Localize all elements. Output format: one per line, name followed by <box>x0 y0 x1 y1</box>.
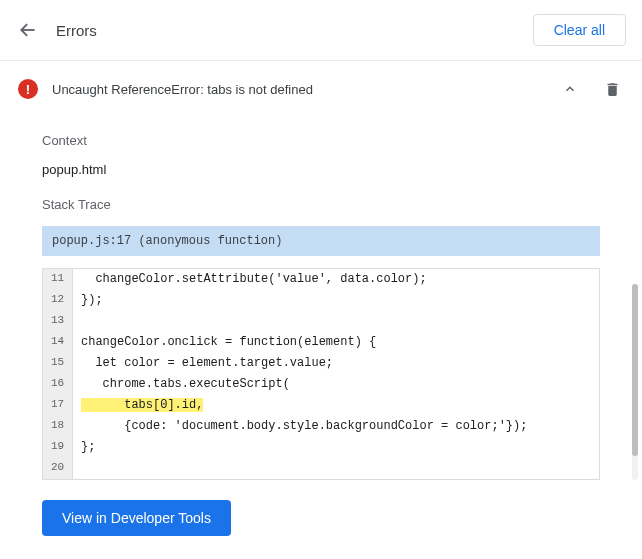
line-content: tabs[0].id, <box>73 395 599 416</box>
line-content <box>73 458 599 479</box>
error-header[interactable]: ! Uncaught ReferenceError: tabs is not d… <box>0 61 642 113</box>
code-line: 17 tabs[0].id, <box>43 395 599 416</box>
code-line: 20 <box>43 458 599 479</box>
line-content: changeColor.setAttribute('value', data.c… <box>73 269 599 290</box>
line-number: 19 <box>43 437 73 458</box>
line-content: changeColor.onclick = function(element) … <box>73 332 599 353</box>
scrollbar-thumb[interactable] <box>632 284 638 456</box>
line-number: 14 <box>43 332 73 353</box>
arrow-left-icon <box>18 20 38 40</box>
back-button[interactable] <box>16 18 40 42</box>
code-line: 12}); <box>43 290 599 311</box>
page-title: Errors <box>56 22 533 39</box>
context-value: popup.html <box>42 162 600 177</box>
trash-icon <box>604 81 621 98</box>
code-snippet: 11 changeColor.setAttribute('value', dat… <box>42 268 600 480</box>
code-line: 18 {code: 'document.body.style.backgroun… <box>43 416 599 437</box>
line-number: 16 <box>43 374 73 395</box>
line-content: chrome.tabs.executeScript( <box>73 374 599 395</box>
code-line: 16 chrome.tabs.executeScript( <box>43 374 599 395</box>
clear-all-button[interactable]: Clear all <box>533 14 626 46</box>
line-number: 18 <box>43 416 73 437</box>
collapse-button[interactable] <box>558 77 582 101</box>
context-label: Context <box>42 133 600 148</box>
line-number: 13 <box>43 311 73 332</box>
line-number: 11 <box>43 269 73 290</box>
error-icon: ! <box>18 79 38 99</box>
error-item: ! Uncaught ReferenceError: tabs is not d… <box>0 61 642 536</box>
line-number: 20 <box>43 458 73 479</box>
error-title: Uncaught ReferenceError: tabs is not def… <box>52 82 558 97</box>
line-content: let color = element.target.value; <box>73 353 599 374</box>
line-number: 15 <box>43 353 73 374</box>
code-line: 13 <box>43 311 599 332</box>
header: Errors Clear all <box>0 0 642 61</box>
line-number: 17 <box>43 395 73 416</box>
line-content <box>73 311 599 332</box>
delete-button[interactable] <box>600 77 624 101</box>
code-line: 14changeColor.onclick = function(element… <box>43 332 599 353</box>
highlighted-code: tabs[0].id, <box>81 398 203 412</box>
line-content: }; <box>73 437 599 458</box>
code-line: 19}; <box>43 437 599 458</box>
line-number: 12 <box>43 290 73 311</box>
chevron-up-icon <box>563 82 577 96</box>
stack-trace-location[interactable]: popup.js:17 (anonymous function) <box>42 226 600 256</box>
code-line: 15 let color = element.target.value; <box>43 353 599 374</box>
line-content: {code: 'document.body.style.backgroundCo… <box>73 416 599 437</box>
code-line: 11 changeColor.setAttribute('value', dat… <box>43 269 599 290</box>
stack-trace-label: Stack Trace <box>42 197 600 212</box>
line-content: }); <box>73 290 599 311</box>
view-devtools-button[interactable]: View in Developer Tools <box>42 500 231 536</box>
